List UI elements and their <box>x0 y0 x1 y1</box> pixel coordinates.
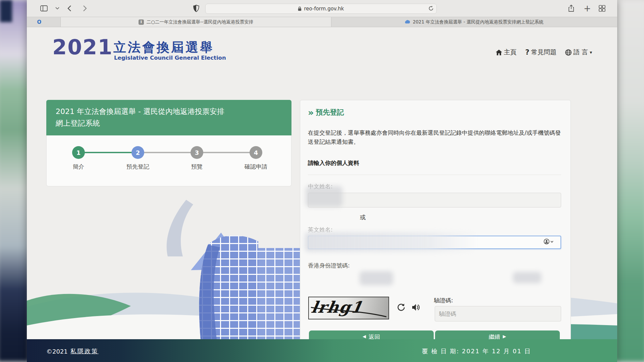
form-intro-text: 在提交登記後，選舉事務處亦會同時向你在最新選民登記記錄中提供的聯絡電郵地址及/或… <box>308 128 562 146</box>
refresh-captcha-icon[interactable] <box>396 302 406 313</box>
site-nav: 主頁 ? 常見問題 語 言 ▾ <box>496 48 592 57</box>
footer-copyright: ©2021 私隱政策 <box>46 347 99 355</box>
logo-subtitle: Legislative Council General Election <box>114 55 226 61</box>
new-tab-icon[interactable]: + <box>582 3 592 13</box>
hkid-label: 香港身份證號碼: <box>308 262 350 269</box>
continue-arrow-icon: ▶ <box>503 333 506 340</box>
home-icon <box>496 50 502 55</box>
logo-title: 立法會換屆選舉 <box>113 39 214 56</box>
form-heading-label: 預先登記 <box>316 108 344 117</box>
building-illustration <box>158 198 305 339</box>
nav-faq[interactable]: ? 常見問題 <box>525 48 556 57</box>
tab-title: 2021 年立法會換屆選舉 - 選民從內地返港投票安排網上登記系統 <box>413 19 544 25</box>
banner-title-line1: 2021 年立法會換屆選舉 - 選民從內地返港投票安排 <box>56 106 291 117</box>
step-circle-3: 3 <box>191 146 203 159</box>
privacy-policy-link[interactable]: 私隱政策 <box>70 347 99 355</box>
tab-title: 二○二一年立法會換屆選舉--選民從內地返港投票安排 <box>147 19 254 25</box>
url-bar[interactable]: reo-form.gov.hk <box>205 4 437 14</box>
tab-overview-icon[interactable] <box>597 3 607 13</box>
page-footer: ©2021 私隱政策 覆 檢 日 期: 2021 年 12 月 01 日 <box>27 339 617 362</box>
question-icon: ? <box>525 48 529 56</box>
back-arrow-icon: ◀ <box>363 333 366 340</box>
reload-icon[interactable] <box>428 5 434 11</box>
privacy-blur <box>305 232 478 252</box>
captcha-input[interactable] <box>435 306 561 321</box>
form-heading: » 預先登記 <box>308 108 344 117</box>
chinese-name-input[interactable] <box>308 193 561 207</box>
personal-data-heading: 請輸入你的個人資料 <box>308 159 359 167</box>
video-frame: reo-form.gov.hk + O I 二○二一年立法會換屆選舉--選民從內… <box>0 0 644 362</box>
blurred-corner <box>0 0 12 22</box>
review-date: 覆 檢 日 期: 2021 年 12 月 01 日 <box>422 347 531 355</box>
double-chevron-icon: » <box>308 109 313 116</box>
banner-title: 2021 年立法會換屆選舉 - 選民從內地返港投票安排 網上登記系統 <box>46 100 291 135</box>
nav-faq-label: 常見問題 <box>531 48 556 57</box>
registration-form-card: » 預先登記 在提交登記後，選舉事務處亦會同時向你在最新選民登記記錄中提供的聯絡… <box>300 100 571 355</box>
caret-down-icon: ▾ <box>590 50 592 55</box>
banner-title-line2: 網上登記系統 <box>56 117 291 129</box>
copyright-text: ©2021 <box>46 348 68 355</box>
tab-favicon: I <box>139 19 144 25</box>
share-icon[interactable] <box>566 3 576 13</box>
banner-card: 2021 年立法會換屆選舉 - 選民從內地返港投票安排 網上登記系統 1 2 3… <box>46 100 291 187</box>
blurred-background-left <box>0 0 30 362</box>
privacy-blur <box>360 271 393 285</box>
sidebar-icon[interactable] <box>39 3 49 13</box>
step-label-1: 簡介 <box>58 163 99 171</box>
nav-language[interactable]: 語 言 ▾ <box>565 48 592 57</box>
captcha-image: lrhg1 <box>308 297 389 319</box>
step-circle-4: 4 <box>250 146 262 159</box>
tab-bar: O I 二○二一年立法會換屆選舉--選民從內地返港投票安排 2021 年立法會換… <box>27 17 617 27</box>
pinned-tab-favicon[interactable]: O <box>36 18 43 26</box>
nav-home[interactable]: 主頁 <box>496 48 517 57</box>
shield-icon[interactable] <box>191 3 201 13</box>
globe-icon <box>565 49 572 56</box>
step-circle-1: 1 <box>72 146 85 159</box>
captcha-input-label: 驗證碼: <box>434 297 453 304</box>
tab-favicon <box>405 19 410 24</box>
privacy-blur <box>513 272 541 283</box>
back-icon[interactable] <box>64 3 74 13</box>
step-connector-done <box>78 152 138 153</box>
blurred-background-right <box>614 0 644 362</box>
step-circle-2: 2 <box>131 146 144 159</box>
logo-year: 2021 <box>52 35 113 59</box>
browser-window: reo-form.gov.hk + O I 二○二一年立法會換屆選舉--選民從內… <box>27 0 617 362</box>
step-label-2: 預先登記 <box>118 163 158 171</box>
lock-icon <box>298 6 302 11</box>
step-label-3: 預覽 <box>177 163 217 171</box>
privacy-blur <box>306 186 342 207</box>
divider <box>308 175 561 175</box>
browser-toolbar: reo-form.gov.hk + <box>27 0 617 17</box>
or-text: 或 <box>360 214 366 221</box>
nav-language-label: 語 言 <box>573 48 588 57</box>
url-text: reo-form.gov.hk <box>304 6 344 12</box>
contact-autofill-icon[interactable] <box>544 239 553 244</box>
stepper: 1 2 3 4 簡介 預先登記 預覽 確認申請 <box>46 135 291 186</box>
audio-captcha-icon[interactable] <box>411 302 421 313</box>
forward-icon[interactable] <box>80 3 90 13</box>
step-label-4: 確認申請 <box>236 163 276 171</box>
chevron-down-icon[interactable] <box>52 3 62 13</box>
nav-home-label: 主頁 <box>504 48 517 57</box>
tab-current[interactable]: I 二○二一年立法會換屆選舉--選民從內地返港投票安排 <box>60 17 331 27</box>
tab-other[interactable]: 2021 年立法會換屆選舉 - 選民從內地返港投票安排網上登記系統 <box>331 17 617 27</box>
